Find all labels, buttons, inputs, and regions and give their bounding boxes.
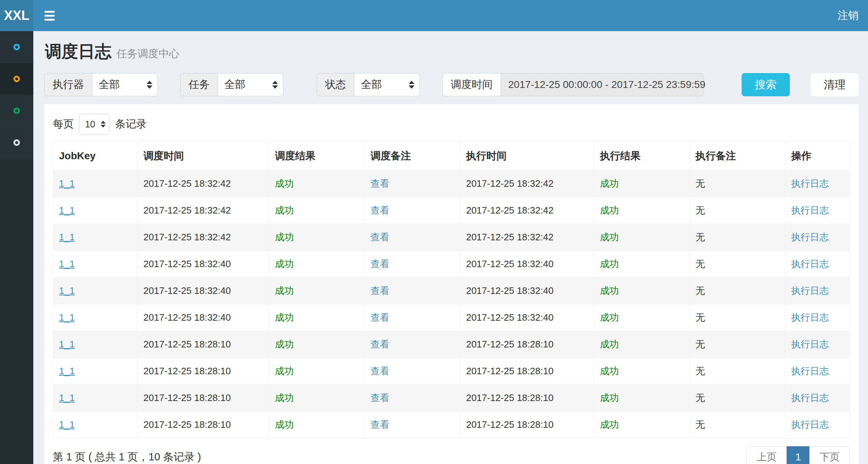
trigger-time-cell: 2017-12-25 18:32:40 [143,258,231,269]
jobkey-link[interactable]: 1_1 [59,232,75,242]
executor-filter-label: 执行器 [44,73,92,96]
per-page-toolbar: 每页 10 条记录 [53,114,850,135]
status-select-value: 全部 [361,77,409,92]
table-row: 1_12017-12-25 18:32:42成功查看2017-12-25 18:… [53,197,850,224]
trigger-result-cell: 成功 [275,205,294,216]
execution-log-link[interactable]: 执行日志 [791,285,829,296]
trigger-result-cell: 成功 [275,258,294,269]
job-select[interactable]: 全部 [218,73,283,96]
jobkey-link[interactable]: 1_1 [59,392,75,403]
view-trigger-msg-link[interactable]: 查看 [371,392,389,403]
handle-result-cell: 成功 [600,232,619,242]
handle-time-cell: 2017-12-25 18:32:40 [466,312,553,323]
view-trigger-msg-link[interactable]: 查看 [371,419,389,430]
jobkey-link[interactable]: 1_1 [59,312,75,323]
view-trigger-msg-link[interactable]: 查看 [371,285,389,296]
execution-log-link[interactable]: 执行日志 [791,258,829,269]
execution-log-link[interactable]: 执行日志 [791,232,829,242]
handle-time-cell: 2017-12-25 18:32:40 [466,258,553,269]
circle-icon [13,139,20,146]
hamburger-icon [45,11,55,21]
handle-result-cell: 成功 [600,312,619,323]
execution-log-link[interactable]: 执行日志 [791,419,829,430]
sidebar-item-4[interactable] [0,127,33,159]
jobkey-link[interactable]: 1_1 [59,205,75,216]
trigger-time-range-input[interactable]: 2017-12-25 00:00:00 - 2017-12-25 23:59:5… [501,73,704,96]
jobkey-link[interactable]: 1_1 [59,366,75,376]
clear-button[interactable]: 清理 [811,73,859,96]
handle-result-cell: 成功 [600,419,619,430]
view-trigger-msg-link[interactable]: 查看 [371,178,389,189]
executor-filter-group: 执行器 全部 [44,73,158,96]
select-caret-icon [147,81,152,89]
handle-time-cell: 2017-12-25 18:32:42 [466,205,553,216]
sidebar-item-3[interactable] [0,95,33,127]
current-page-button[interactable]: 1 [787,446,810,464]
jobkey-link[interactable]: 1_1 [59,339,75,350]
handle-result-cell: 成功 [600,205,619,216]
handle-result-cell: 成功 [600,366,619,376]
jobkey-link[interactable]: 1_1 [59,178,75,189]
search-button[interactable]: 搜索 [742,73,790,96]
top-navbar: XXL 注销 [0,0,868,31]
panel-footer: 第 1 页 ( 总共 1 页，10 条记录 ) 上页 1 下页 [53,446,850,464]
logout-link[interactable]: 注销 [828,0,868,31]
table-row: 1_12017-12-25 18:32:42成功查看2017-12-25 18:… [53,224,850,251]
select-caret-icon [272,81,278,89]
handle-msg-cell: 无 [696,285,705,296]
circle-icon [13,107,20,114]
filter-bar: 执行器 全部 任务 全部 状态 全部 调度时间 2017-12-25 00: [44,73,859,96]
handle-time-cell: 2017-12-25 18:32:40 [466,285,553,296]
jobkey-link[interactable]: 1_1 [59,419,75,430]
view-trigger-msg-link[interactable]: 查看 [371,339,389,350]
handle-time-cell: 2017-12-25 18:28:10 [466,392,553,403]
circle-icon [13,76,20,82]
next-page-button[interactable]: 下页 [809,446,850,464]
view-trigger-msg-link[interactable]: 查看 [371,366,389,376]
column-header: JobKey [53,142,138,170]
table-row: 1_12017-12-25 18:28:10成功查看2017-12-25 18:… [53,385,850,412]
select-caret-icon [101,121,106,128]
execution-log-link[interactable]: 执行日志 [791,312,829,323]
column-header: 调度时间 [138,142,269,170]
handle-msg-cell: 无 [696,366,705,376]
log-panel: 每页 10 条记录 JobKey调度时间调度结果调度备注执行时间执行结果执行备注… [44,104,859,464]
handle-msg-cell: 无 [696,392,705,403]
execution-log-link[interactable]: 执行日志 [791,178,829,189]
job-filter-group: 任务 全部 [180,73,283,96]
handle-msg-cell: 无 [696,178,705,189]
table-row: 1_12017-12-25 18:32:42成功查看2017-12-25 18:… [53,170,850,197]
view-trigger-msg-link[interactable]: 查看 [371,258,389,269]
execution-log-link[interactable]: 执行日志 [791,205,829,216]
handle-time-cell: 2017-12-25 18:28:10 [466,419,553,430]
executor-select[interactable]: 全部 [92,73,158,96]
jobkey-link[interactable]: 1_1 [59,258,75,269]
handle-msg-cell: 无 [696,312,705,323]
execution-log-link[interactable]: 执行日志 [791,339,829,350]
page-summary: 第 1 页 ( 总共 1 页，10 条记录 ) [53,450,201,464]
app-logo[interactable]: XXL [0,0,33,31]
status-filter-label: 状态 [317,73,354,96]
handle-msg-cell: 无 [696,339,705,350]
view-trigger-msg-link[interactable]: 查看 [371,312,389,323]
execution-log-link[interactable]: 执行日志 [791,366,829,376]
sidebar [0,31,33,464]
sidebar-item-1[interactable] [0,31,33,63]
trigger-time-cell: 2017-12-25 18:32:42 [143,205,231,216]
execution-log-link[interactable]: 执行日志 [791,392,829,403]
page-subtitle: 任务调度中心 [117,48,180,59]
view-trigger-msg-link[interactable]: 查看 [371,205,389,216]
job-select-value: 全部 [224,77,272,92]
select-caret-icon [409,81,414,89]
table-row: 1_12017-12-25 18:28:10成功查看2017-12-25 18:… [53,358,850,385]
sidebar-toggle-button[interactable] [33,0,66,31]
status-select[interactable]: 全部 [354,73,420,96]
trigger-time-cell: 2017-12-25 18:32:40 [143,312,231,323]
jobkey-link[interactable]: 1_1 [59,285,75,296]
sidebar-item-2[interactable] [0,63,33,95]
content-header: 调度日志任务调度中心 [44,31,859,64]
per-page-select[interactable]: 10 [79,114,110,135]
prev-page-button[interactable]: 上页 [746,446,787,464]
table-row: 1_12017-12-25 18:28:10成功查看2017-12-25 18:… [53,412,850,438]
view-trigger-msg-link[interactable]: 查看 [371,232,389,242]
